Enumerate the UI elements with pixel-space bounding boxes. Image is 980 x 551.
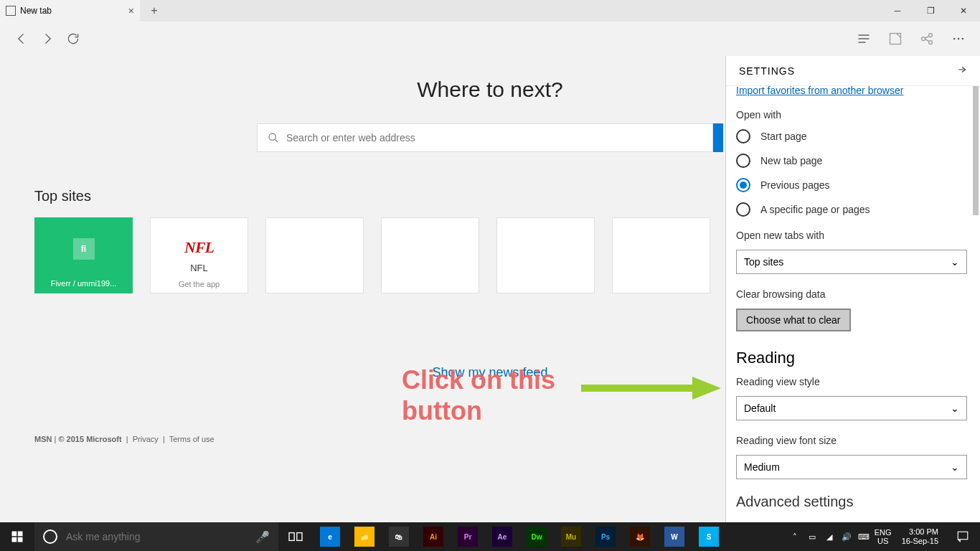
open-with-radio-group: Start page New tab page Previous pages A… xyxy=(736,129,967,217)
close-window-button[interactable]: ✕ xyxy=(947,0,980,22)
svg-point-7 xyxy=(269,133,275,140)
pin-icon[interactable] xyxy=(957,65,967,77)
minimize-button[interactable]: ─ xyxy=(881,0,914,22)
search-input[interactable] xyxy=(286,132,702,143)
titlebar: New tab × + ─ ❐ ✕ xyxy=(0,0,980,22)
scrollbar-thumb[interactable] xyxy=(973,86,979,215)
settings-header: SETTINGS xyxy=(726,56,980,86)
taskbar-app-icon[interactable]: Mu xyxy=(554,522,588,551)
system-tray: ˄ ▭ ◢ 🔊 ⌨ ENG US 3:00 PM 16-Sep-15 xyxy=(788,522,980,551)
search-go-button[interactable] xyxy=(713,123,723,152)
taskbar-app-icon[interactable]: Dw xyxy=(519,522,554,551)
start-button[interactable] xyxy=(0,522,34,551)
top-site-tile-fiverr[interactable]: fi Fiverr / ummi199... xyxy=(34,217,133,293)
svg-point-5 xyxy=(958,38,960,40)
reading-size-label: Reading view font size xyxy=(736,435,967,446)
chevron-down-icon: ⌄ xyxy=(951,402,959,414)
taskbar-app-icon[interactable]: 📁 xyxy=(347,522,382,551)
reading-style-label: Reading view style xyxy=(736,376,967,387)
nfl-logo: NFL xyxy=(184,238,214,257)
refresh-button[interactable] xyxy=(60,26,86,52)
settings-body: Import favorites from another browser Op… xyxy=(726,86,980,522)
tile-label: NFL xyxy=(190,263,208,273)
radio-icon xyxy=(736,178,750,192)
clear-data-label: Clear browsing data xyxy=(736,288,967,300)
top-site-tile-empty[interactable] xyxy=(265,217,364,293)
new-tab-button[interactable]: + xyxy=(140,0,169,22)
cortana-search[interactable]: 🎤 xyxy=(34,522,278,551)
back-button[interactable] xyxy=(9,26,34,52)
hub-button[interactable] xyxy=(851,26,877,52)
svg-point-3 xyxy=(929,41,933,44)
svg-rect-14 xyxy=(289,533,294,541)
reading-style-select[interactable]: Default ⌄ xyxy=(736,396,967,420)
taskbar-app-icon[interactable]: S xyxy=(692,522,726,551)
taskbar-app-icon[interactable]: Ae xyxy=(485,522,519,551)
svg-rect-0 xyxy=(890,34,901,44)
battery-icon[interactable]: ▭ xyxy=(806,530,819,543)
language-indicator[interactable]: ENG US xyxy=(875,528,892,545)
radio-start-page[interactable]: Start page xyxy=(736,129,967,143)
taskbar-app-icon[interactable]: Pr xyxy=(451,522,485,551)
microphone-icon[interactable]: 🎤 xyxy=(255,530,270,544)
toolbar xyxy=(0,22,980,56)
svg-point-2 xyxy=(929,34,933,37)
top-site-tile-empty[interactable] xyxy=(381,217,479,293)
search-box[interactable] xyxy=(257,123,713,152)
radio-new-tab-page[interactable]: New tab page xyxy=(736,154,967,168)
top-site-tile-empty[interactable] xyxy=(496,217,595,293)
settings-title: SETTINGS xyxy=(739,65,795,77)
open-new-tabs-select[interactable]: Top sites ⌄ xyxy=(736,250,967,274)
svg-point-4 xyxy=(953,38,956,40)
fiverr-icon: fi xyxy=(73,238,95,260)
advanced-settings-heading: Advanced settings xyxy=(736,494,967,510)
radio-specific-page[interactable]: A specific page or pages xyxy=(736,202,967,217)
taskbar-app-icon[interactable]: 🛍 xyxy=(382,522,416,551)
tab-title: New tab xyxy=(20,6,52,16)
open-with-label: Open with xyxy=(736,109,967,121)
browser-tab[interactable]: New tab × xyxy=(0,0,140,22)
clock[interactable]: 3:00 PM 16-Sep-15 xyxy=(896,527,944,546)
reading-size-select[interactable]: Medium ⌄ xyxy=(736,455,967,479)
privacy-link[interactable]: Privacy xyxy=(133,435,159,443)
more-button[interactable] xyxy=(946,26,971,52)
cortana-input[interactable] xyxy=(66,531,255,542)
radio-previous-pages[interactable]: Previous pages xyxy=(736,178,967,192)
chevron-down-icon: ⌄ xyxy=(951,461,959,473)
top-site-tile-nfl[interactable]: NFL NFL Get the app xyxy=(150,217,248,293)
volume-icon[interactable]: 🔊 xyxy=(840,530,853,543)
taskbar-app-icon[interactable]: W xyxy=(657,522,692,551)
tray-chevron-icon[interactable]: ˄ xyxy=(788,530,801,543)
forward-button[interactable] xyxy=(34,26,60,52)
tile-sublabel: Get the app xyxy=(179,280,220,288)
top-site-tile-empty[interactable] xyxy=(612,217,710,293)
svg-rect-10 xyxy=(12,532,17,537)
copyright-label: © 2015 Microsoft xyxy=(58,435,121,443)
import-favorites-link[interactable]: Import favorites from another browser xyxy=(736,86,967,96)
notification-icon[interactable] xyxy=(948,522,977,551)
page-icon xyxy=(6,6,16,16)
scrollbar[interactable] xyxy=(973,86,979,522)
terms-link[interactable]: Terms of use xyxy=(169,435,215,443)
annotation-arrow-icon xyxy=(581,375,725,404)
keyboard-icon[interactable]: ⌨ xyxy=(857,530,870,543)
msn-label: MSN xyxy=(34,435,52,443)
svg-rect-13 xyxy=(18,537,23,542)
svg-point-6 xyxy=(962,38,964,40)
taskbar-app-icon[interactable]: 🦊 xyxy=(623,522,657,551)
annotation-text: Click on this button xyxy=(402,364,555,426)
reading-heading: Reading xyxy=(736,349,967,367)
taskbar-app-icon[interactable]: Ai xyxy=(416,522,451,551)
share-button[interactable] xyxy=(914,26,940,52)
radio-icon xyxy=(736,129,750,143)
maximize-button[interactable]: ❐ xyxy=(914,0,947,22)
choose-what-to-clear-button[interactable]: Choose what to clear xyxy=(736,309,851,331)
close-tab-icon[interactable]: × xyxy=(128,5,134,17)
taskbar-app-icon[interactable]: Ps xyxy=(588,522,623,551)
webnote-button[interactable] xyxy=(882,26,908,52)
network-icon[interactable]: ◢ xyxy=(823,530,836,543)
taskbar-app-icon[interactable]: e xyxy=(313,522,347,551)
task-view-button[interactable] xyxy=(278,522,313,551)
radio-icon xyxy=(736,202,750,217)
svg-marker-9 xyxy=(692,377,721,400)
